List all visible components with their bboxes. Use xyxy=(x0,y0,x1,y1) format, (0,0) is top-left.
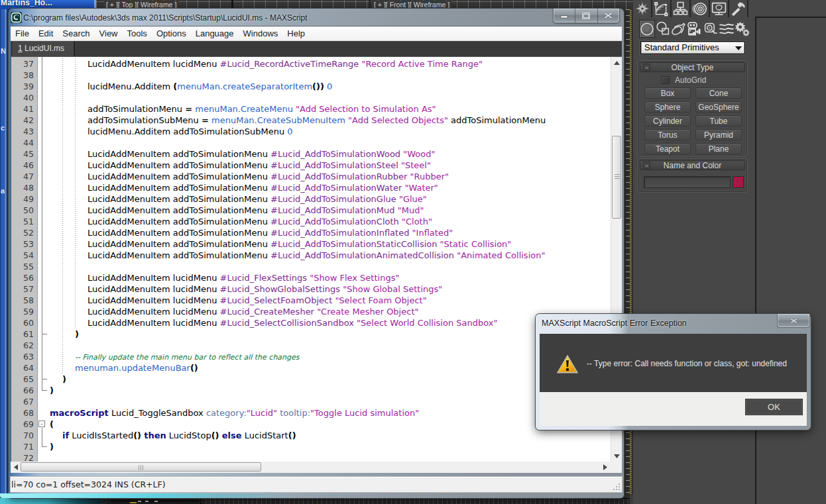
primitives-dropdown-value: Standard Primitives xyxy=(644,42,719,52)
code-token: menuMan.createSeparatorItem xyxy=(177,81,312,91)
category-shapes[interactable] xyxy=(655,20,671,38)
menu-tools[interactable]: Tools xyxy=(123,26,152,40)
close-icon xyxy=(604,12,613,19)
code-token: #Lucid_AddToSimulationRubber xyxy=(270,172,407,181)
time-slider[interactable] xyxy=(109,499,200,503)
code-line-49: LucidAddMenuItem addToSimulationMenu #Lu… xyxy=(50,193,427,205)
scroll-up-button[interactable] xyxy=(611,57,622,68)
helpers-icon xyxy=(703,21,719,36)
pyramid-button[interactable]: Pyramid xyxy=(695,129,742,140)
code-token: () xyxy=(211,430,219,440)
panel-tab-utilities[interactable] xyxy=(729,0,748,17)
create-categories xyxy=(639,20,753,38)
horizontal-scroll-thumb[interactable] xyxy=(21,462,261,472)
thumb-grip xyxy=(615,176,620,177)
resize-grip[interactable] xyxy=(613,483,620,491)
autogrid-checkbox[interactable] xyxy=(662,76,670,84)
collapse-minus-icon[interactable]: - xyxy=(643,64,650,71)
code-token: LucidAddMenuItem addToSimulationMenu xyxy=(88,194,270,204)
code-token: "Wood" xyxy=(403,149,435,159)
menu-windows[interactable]: Windows xyxy=(239,26,283,40)
category-lights[interactable] xyxy=(671,20,687,38)
code-line-68: macroScript Lucid_ToggleSandbox category… xyxy=(50,407,419,419)
code-line-64: menuman.updateMenuBar() xyxy=(50,362,198,374)
dialog-close-button[interactable] xyxy=(777,314,810,328)
category-cameras[interactable] xyxy=(687,20,703,38)
time-slider-mark xyxy=(145,501,148,502)
time-slider-prev-button[interactable] xyxy=(101,499,107,503)
command-panel-tabs xyxy=(633,0,750,17)
code-token: menuMan.CreateMenu xyxy=(195,104,293,114)
plane-button[interactable]: Plane xyxy=(695,143,742,154)
panel-tab-display[interactable] xyxy=(710,0,729,17)
torus-button[interactable]: Torus xyxy=(644,129,691,140)
geosphere-button[interactable]: GeoSphere xyxy=(695,101,742,113)
menu-help[interactable]: Help xyxy=(282,26,310,40)
minimize-icon xyxy=(560,13,568,19)
editor-titlebar[interactable]: C:\program files\Autodesk\3ds max 2011\S… xyxy=(9,9,624,26)
panel-tab-modify[interactable] xyxy=(652,0,672,17)
close-button[interactable] xyxy=(598,9,619,23)
code-token: #Lucid_FlexSettings xyxy=(220,273,308,283)
object-color-swatch[interactable] xyxy=(733,176,744,188)
category-space-warps[interactable] xyxy=(719,20,735,38)
thumb-grip xyxy=(143,465,143,470)
code-line-54: LucidAddMenuItem addToSimulationMenu #Lu… xyxy=(50,250,545,261)
category-geometry[interactable] xyxy=(639,20,655,38)
fold-collapse-box[interactable]: - xyxy=(38,421,45,427)
primitives-dropdown[interactable]: Standard Primitives xyxy=(640,41,745,54)
code-token: "Show Flex Settings" xyxy=(310,273,399,283)
file-tab[interactable]: 1 LucidUI.ms xyxy=(13,41,75,56)
cylinder-button[interactable]: Cylinder xyxy=(644,115,691,126)
category-helpers[interactable] xyxy=(703,20,719,38)
scroll-down-button[interactable] xyxy=(611,450,622,462)
tube-button[interactable]: Tube xyxy=(695,115,742,126)
code-area[interactable]: 3738394041424344454647484950515253545556… xyxy=(11,56,622,462)
code-token: LucidStop xyxy=(166,430,211,440)
object-name-input[interactable] xyxy=(644,176,731,188)
category-systems[interactable] xyxy=(735,20,750,38)
cameras-icon xyxy=(687,21,703,37)
sphere-button[interactable]: Sphere xyxy=(644,101,691,113)
menu-options[interactable]: Options xyxy=(152,26,191,40)
object-type-rollout: - Object Type AutoGrid BoxConeSphereGeoS… xyxy=(637,60,748,156)
menu-search[interactable]: Search xyxy=(58,26,94,40)
menu-edit[interactable]: Edit xyxy=(34,26,58,40)
motion-icon xyxy=(692,1,707,17)
code-token: menuMan.CreateSubMenuItem xyxy=(211,115,345,125)
box-button[interactable]: Box xyxy=(644,87,691,99)
code-token: addToSimulationSubMenu xyxy=(88,115,202,125)
fold-line xyxy=(42,57,42,390)
right-arrow-icon xyxy=(603,464,607,470)
minimize-button[interactable] xyxy=(554,9,575,23)
scroll-left-button[interactable] xyxy=(11,462,21,473)
viewport-label-front: [ + ][ Front ][ Wireframe ] xyxy=(372,1,451,9)
maximize-button[interactable] xyxy=(575,9,597,23)
horizontal-scrollbar[interactable] xyxy=(11,462,622,473)
panel-tab-create[interactable] xyxy=(633,0,652,17)
teapot-button[interactable]: Teapot xyxy=(644,143,691,154)
scroll-right-button[interactable] xyxy=(600,462,610,473)
menu-file[interactable]: File xyxy=(11,26,34,40)
vertical-scroll-thumb[interactable] xyxy=(612,136,621,219)
fold-end-corner xyxy=(42,446,47,447)
panel-tab-hierarchy[interactable] xyxy=(672,0,691,17)
name-color-rollout: - Name and Color xyxy=(637,158,748,193)
code-token: category: xyxy=(206,408,247,418)
code-token: menuman.updateMenuBar xyxy=(75,363,190,373)
cone-button[interactable]: Cone xyxy=(695,87,742,99)
name-color-rollout-header[interactable]: - Name and Color xyxy=(640,160,745,170)
object-type-rollout-header[interactable]: - Object Type xyxy=(640,62,745,72)
menu-view[interactable]: View xyxy=(95,26,123,40)
code-token: -- Finally update the main menu bar to r… xyxy=(75,353,300,362)
panel-tab-motion[interactable] xyxy=(691,0,710,17)
code-token: "Cloth" xyxy=(402,217,432,227)
code-line-70: if LucidIsStarted() then LucidStop() els… xyxy=(50,430,296,441)
menu-language[interactable]: Language xyxy=(191,26,239,40)
code-token: 0 xyxy=(327,81,332,91)
collapse-minus-icon[interactable]: - xyxy=(643,162,650,169)
code-line-53: LucidAddMenuItem addToSimulationMenu #Lu… xyxy=(50,238,511,250)
ok-button[interactable]: OK xyxy=(745,399,803,415)
code-token: #Lucid_AddToSimulationStaticCollision xyxy=(270,239,437,249)
geometry-icon xyxy=(640,21,654,37)
